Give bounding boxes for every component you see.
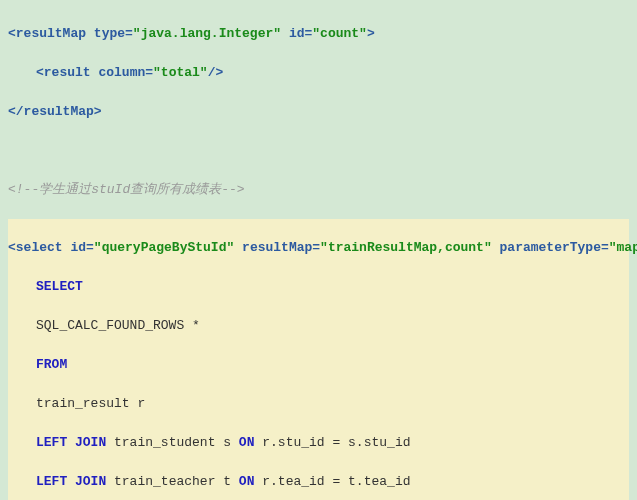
attr-value: "java.lang.Integer"	[133, 26, 281, 41]
xml-tag: <resultMap	[8, 26, 94, 41]
code-line: <select id="queryPageByStuId" resultMap=…	[8, 238, 629, 258]
code-line: FROM	[8, 355, 629, 375]
code-line: train_result r	[8, 394, 629, 414]
code-line: SQL_CALC_FOUND_ROWS *	[8, 316, 629, 336]
xml-tag: />	[208, 65, 224, 80]
attr-value: "count"	[312, 26, 367, 41]
sql-keyword: LEFT JOIN	[36, 435, 106, 450]
attr-name: type=	[94, 26, 133, 41]
xml-comment: <!--学生通过stuId查询所有成绩表-->	[8, 180, 629, 200]
attr-name: id=	[70, 240, 93, 255]
attr-value: "map"	[609, 240, 637, 255]
sql-keyword: LEFT JOIN	[36, 474, 106, 489]
sql-keyword: ON	[239, 435, 255, 450]
code-line: SELECT	[8, 277, 629, 297]
attr-value: "total"	[153, 65, 208, 80]
blank-line	[8, 141, 629, 161]
xml-tag: <select	[8, 240, 70, 255]
attr-value: "trainResultMap,count"	[320, 240, 492, 255]
sql-keyword: FROM	[36, 357, 67, 372]
attr-name: parameterType=	[500, 240, 609, 255]
sql-keyword: SELECT	[36, 279, 83, 294]
code-line: <resultMap type="java.lang.Integer" id="…	[8, 24, 629, 44]
code-line: LEFT JOIN train_student s ON r.stu_id = …	[8, 433, 629, 453]
attr-value: "queryPageByStuId"	[94, 240, 234, 255]
code-line: LEFT JOIN train_teacher t ON r.tea_id = …	[8, 472, 629, 492]
sql-keyword: ON	[239, 474, 255, 489]
attr-name: id=	[289, 26, 312, 41]
xml-code-block: <resultMap type="java.lang.Integer" id="…	[0, 0, 637, 500]
attr-name: resultMap=	[242, 240, 320, 255]
code-line: <result column="total"/>	[8, 63, 629, 83]
xml-tag: <result	[36, 65, 98, 80]
xml-tag: </resultMap>	[8, 104, 102, 119]
code-line: </resultMap>	[8, 102, 629, 122]
attr-name: column=	[98, 65, 153, 80]
highlighted-block: <select id="queryPageByStuId" resultMap=…	[8, 219, 629, 501]
xml-tag: >	[367, 26, 375, 41]
